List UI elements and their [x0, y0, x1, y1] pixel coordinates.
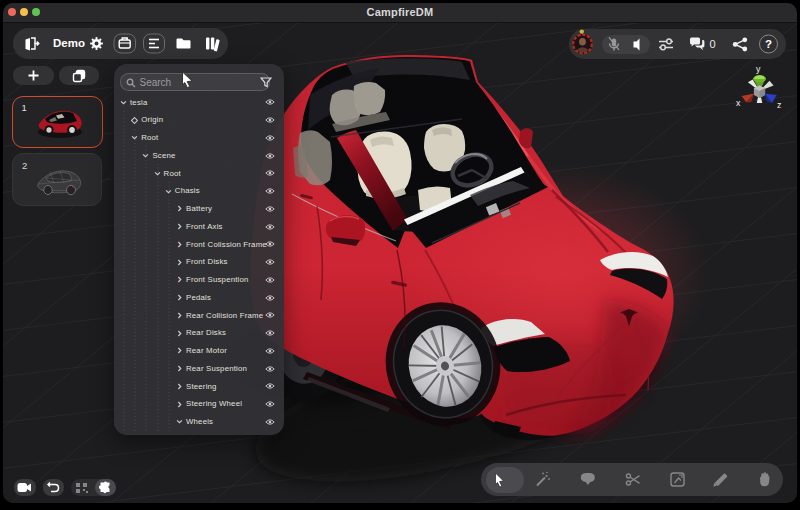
svg-text:Demo: Demo [53, 37, 85, 49]
svg-text:y: y [756, 64, 761, 74]
svg-text:0: 0 [710, 38, 716, 50]
svg-text:z: z [777, 100, 781, 110]
svg-text:x: x [736, 98, 741, 108]
svg-text:?: ? [765, 38, 772, 50]
